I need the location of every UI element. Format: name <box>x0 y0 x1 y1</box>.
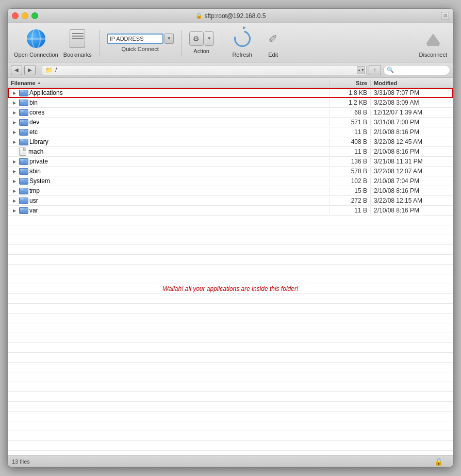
col-size-header[interactable]: Size <box>330 80 371 86</box>
folder-icon <box>19 207 27 214</box>
annotation-row: Wallah! all your applications are inside… <box>8 284 453 294</box>
folder-icon <box>19 188 27 194</box>
empty-row <box>8 451 453 455</box>
empty-row <box>8 363 453 372</box>
cell-filename: ▶etc <box>8 128 330 136</box>
empty-row <box>8 333 453 343</box>
empty-row <box>8 412 453 421</box>
empty-row <box>8 323 453 333</box>
file-icon <box>19 147 26 156</box>
table-row[interactable]: ▶Library408 B3/22/08 12:45 AM <box>8 137 453 147</box>
globe-icon-wrapper <box>25 28 47 50</box>
close-button[interactable] <box>12 12 19 19</box>
cell-modified: 12/12/07 1:39 AM <box>371 109 453 116</box>
table-row[interactable]: ▶Applications1.8 KB3/31/08 7:07 PM <box>8 88 453 98</box>
col-modified-header[interactable]: Modified <box>371 80 453 86</box>
empty-row <box>8 235 453 245</box>
expand-triangle-icon[interactable]: ▶ <box>11 188 18 194</box>
resize-button[interactable]: ⊡ <box>441 12 449 20</box>
table-row[interactable]: ▶private136 B3/21/08 11:31 PM <box>8 157 453 167</box>
empty-row <box>8 225 453 235</box>
table-row[interactable]: ▶bin1.2 KB3/22/08 3:09 AM <box>8 98 453 108</box>
table-row[interactable]: ▶tmp15 B2/10/08 8:16 PM <box>8 186 453 196</box>
action-label: Action <box>193 48 209 54</box>
expand-triangle-icon[interactable]: ▶ <box>11 207 18 214</box>
table-row[interactable]: mach11 B2/10/08 8:16 PM <box>8 147 453 157</box>
lock-icon: 🔒 <box>195 12 203 19</box>
disconnect-button[interactable]: Disconnect <box>419 28 447 58</box>
cell-modified: 3/31/08 7:00 PM <box>371 119 453 126</box>
file-name: usr <box>29 197 38 204</box>
maximize-button[interactable] <box>31 12 38 19</box>
cell-filename: ▶private <box>8 158 330 165</box>
navbar: ◀ ▶ 📁 / ▲▼ ↑ 🔍 <box>8 62 453 78</box>
action-dropdown-arrow[interactable]: ▼ <box>205 31 214 46</box>
disconnect-label: Disconnect <box>419 52 447 58</box>
action-button[interactable]: ⚙ ▼ Action <box>189 31 215 54</box>
bookmarks-label: Bookmarks <box>63 52 92 58</box>
bookmarks-button[interactable]: Bookmarks <box>63 28 92 58</box>
table-row[interactable]: ▶cores68 B12/12/07 1:39 AM <box>8 108 453 118</box>
up-button[interactable]: ↑ <box>369 65 381 75</box>
file-name: System <box>29 177 50 185</box>
refresh-button[interactable]: Refresh <box>229 28 255 58</box>
empty-row <box>8 421 453 431</box>
file-name: sbin <box>29 168 41 175</box>
file-name: bin <box>29 99 38 106</box>
empty-row <box>8 265 453 274</box>
col-filename-header[interactable]: Filename ▲ <box>8 80 330 86</box>
file-rows: ▶Applications1.8 KB3/31/08 7:07 PM▶bin1.… <box>8 88 453 216</box>
open-connection-button[interactable]: Open Connection <box>14 28 58 58</box>
empty-rows-area: Wallah! all your applications are inside… <box>8 216 453 455</box>
forward-button[interactable]: ▶ <box>24 65 36 75</box>
quick-connect-label: Quick Connect <box>122 46 159 52</box>
table-row[interactable]: ▶sbin578 B3/22/08 12:07 AM <box>8 167 453 176</box>
titlebar: 🔒 sftp:root@192.168.0.5 ⊡ <box>8 9 453 23</box>
file-name: etc <box>29 128 38 136</box>
expand-triangle-icon[interactable]: ▶ <box>11 119 18 125</box>
quick-connect-input[interactable] <box>107 34 163 44</box>
empty-row <box>8 392 453 402</box>
titlebar-right: ⊡ <box>441 12 449 20</box>
cell-modified: 3/22/08 12:45 AM <box>371 138 453 145</box>
expand-triangle-icon[interactable]: ▶ <box>11 198 18 204</box>
folder-icon <box>19 100 27 106</box>
expand-triangle-icon[interactable]: ▶ <box>11 100 18 106</box>
folder-icon <box>19 158 27 165</box>
expand-triangle-icon[interactable]: ▶ <box>11 178 18 184</box>
cell-filename: mach <box>8 147 330 156</box>
file-name: Applications <box>29 89 63 96</box>
empty-row <box>8 382 453 392</box>
table-row[interactable]: ▶dev571 B3/31/08 7:00 PM <box>8 118 453 127</box>
table-row[interactable]: ▶System102 B2/10/08 7:04 PM <box>8 176 453 186</box>
expand-triangle-icon[interactable]: ▶ <box>11 90 18 96</box>
globe-icon <box>27 29 45 48</box>
table-row[interactable]: ▶etc11 B2/10/08 8:16 PM <box>8 127 453 137</box>
cell-modified: 2/10/08 8:16 PM <box>371 207 453 214</box>
empty-row <box>8 372 453 382</box>
cell-modified: 3/22/08 3:09 AM <box>371 99 453 106</box>
back-button[interactable]: ◀ <box>11 65 22 75</box>
file-name: var <box>29 207 38 214</box>
quick-connect-dropdown-button[interactable]: ▼ <box>164 34 174 44</box>
action-icon[interactable]: ⚙ <box>189 31 204 46</box>
expand-triangle-icon[interactable]: ▶ <box>11 158 18 165</box>
table-row[interactable]: ▶var11 B2/10/08 8:16 PM <box>8 206 453 216</box>
cell-size: 578 B <box>330 168 371 175</box>
expand-triangle-icon[interactable]: ▶ <box>11 109 18 116</box>
cell-size: 15 B <box>330 187 371 194</box>
expand-triangle-icon[interactable]: ▶ <box>11 168 18 174</box>
resize-handle-icon[interactable]: ⋱ <box>447 460 452 466</box>
expand-triangle-icon[interactable]: ▶ <box>11 139 18 145</box>
minimize-button[interactable] <box>22 12 28 19</box>
expand-triangle-icon[interactable]: ▶ <box>11 129 18 135</box>
edit-button[interactable]: ✏ Edit <box>260 28 286 58</box>
folder-icon <box>19 139 27 145</box>
traffic-lights <box>12 12 38 19</box>
open-connection-label: Open Connection <box>14 52 58 58</box>
edit-icon-wrapper: ✏ <box>262 28 284 50</box>
toolbar-separator-1 <box>99 30 100 56</box>
path-dropdown-button[interactable]: ▲▼ <box>357 66 365 74</box>
table-row[interactable]: ▶usr272 B3/22/08 12:15 AM <box>8 196 453 206</box>
toolbar-separator-2 <box>181 30 182 56</box>
